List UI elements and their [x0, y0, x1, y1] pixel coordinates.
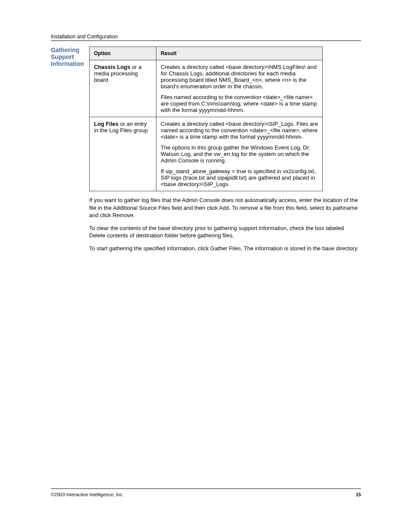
table-row: Log Files or an entry in the Log Files g… — [90, 117, 323, 191]
cell-result: Creates a directory called <base directo… — [156, 117, 323, 191]
footer-rule — [51, 488, 361, 489]
cell-option: Log Files or an entry in the Log Files g… — [90, 117, 156, 191]
cell-result: Creates a directory called <base directo… — [156, 60, 323, 117]
footer-copyright: ©2003 Interactive Intelligence, Inc. — [51, 492, 124, 497]
body-text: If you want to gather log files that the… — [89, 196, 361, 252]
table-header-row: Option Result — [90, 47, 323, 60]
col-result: Result — [156, 47, 323, 60]
sidebar-heading: Gathering Support Information — [51, 47, 84, 67]
footer-page-number: 15 — [356, 492, 361, 497]
header-rule — [51, 40, 361, 41]
cell-option: Chassis Logs or a media processing board — [90, 60, 156, 117]
header-section: Installation and Configuration — [51, 34, 118, 40]
options-table: Option Result Chassis Logs or a media pr… — [89, 47, 323, 191]
table-row: Chassis Logs or a media processing board… — [90, 60, 323, 117]
col-option: Option — [90, 47, 156, 60]
